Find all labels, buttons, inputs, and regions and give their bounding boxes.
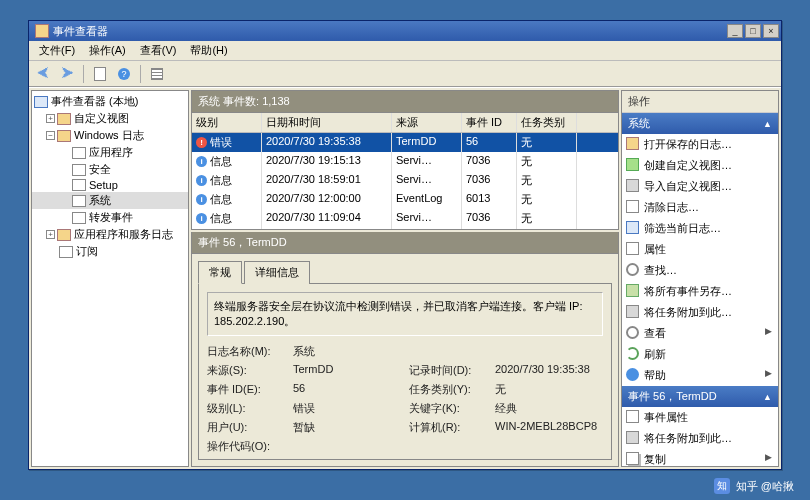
tree-setup-log[interactable]: Setup (32, 178, 188, 192)
nav-fwd-button[interactable]: ⮞ (57, 64, 77, 84)
arrow-left-icon: ⮜ (37, 66, 50, 81)
tree-sys-log[interactable]: 系统 (32, 192, 188, 209)
action-item[interactable]: 查找… (622, 260, 778, 281)
actions-group-event[interactable]: 事件 56，TermDD▲ (622, 386, 778, 407)
event-list[interactable]: 级别 日期和时间 来源 事件 ID 任务类别 !错误2020/7/30 19:3… (191, 112, 619, 230)
col-level[interactable]: 级别 (192, 113, 262, 132)
error-icon: ! (196, 137, 207, 148)
action-item[interactable]: 打开保存的日志… (622, 134, 778, 155)
tree-sec-log[interactable]: 安全 (32, 161, 188, 178)
main-body: 事件查看器 (本地) +自定义视图 −Windows 日志 应用程序 安全 Se… (29, 87, 781, 469)
lbl-taskcat: 任务类别(Y): (409, 382, 489, 397)
info-icon: i (196, 175, 207, 186)
table-row[interactable]: i信息2020/7/30 19:15:13Servi…7036无 (192, 152, 618, 171)
action-icon (626, 368, 639, 381)
action-item[interactable]: 查看▶ (622, 323, 778, 344)
action-item[interactable]: 将任务附加到此… (622, 302, 778, 323)
tree-subscriptions[interactable]: 订阅 (32, 243, 188, 260)
action-item[interactable]: 复制▶ (622, 449, 778, 467)
col-source[interactable]: 来源 (392, 113, 462, 132)
action-icon (626, 305, 639, 318)
menu-help[interactable]: 帮助(H) (184, 41, 233, 60)
table-row[interactable]: i信息2020/7/30 12:00:00EventLog6013无 (192, 190, 618, 209)
expand-icon[interactable]: + (46, 230, 55, 239)
actions-group-system[interactable]: 系统▲ (622, 113, 778, 134)
tool-props[interactable] (147, 64, 167, 84)
lbl-eventid: 事件 ID(E): (207, 382, 287, 397)
minimize-button[interactable]: _ (727, 24, 743, 38)
table-row[interactable]: i信息2020/7/30 11:09:04Servi…7036无 (192, 209, 618, 228)
tree-pane[interactable]: 事件查看器 (本地) +自定义视图 −Windows 日志 应用程序 安全 Se… (31, 90, 189, 467)
action-item[interactable]: 将所有事件另存… (622, 281, 778, 302)
tree-custom-views[interactable]: +自定义视图 (32, 110, 188, 127)
log-icon (72, 212, 86, 224)
action-icon (626, 410, 639, 423)
window-title: 事件查看器 (53, 24, 725, 39)
tree-fwd-log[interactable]: 转发事件 (32, 209, 188, 226)
action-item[interactable]: 筛选当前日志… (622, 218, 778, 239)
action-item[interactable]: 属性 (622, 239, 778, 260)
action-item[interactable]: 事件属性 (622, 407, 778, 428)
action-icon (626, 221, 639, 234)
lbl-opcode: 操作代码(O): (207, 439, 287, 454)
actions-pane: 操作 系统▲ 打开保存的日志…创建自定义视图…导入自定义视图…清除日志…筛选当前… (621, 90, 779, 467)
val-user: 暂缺 (293, 420, 403, 435)
action-icon (626, 179, 639, 192)
action-item[interactable]: 帮助▶ (622, 365, 778, 386)
val-keywords: 经典 (495, 401, 612, 416)
lbl-user: 用户(U): (207, 420, 287, 435)
detail-pane: 常规 详细信息 终端服务器安全层在协议流中检测到错误，并已取消客户端连接。客户端… (191, 254, 619, 467)
lbl-keywords: 关键字(K): (409, 401, 489, 416)
action-item[interactable]: 清除日志… (622, 197, 778, 218)
tab-details[interactable]: 详细信息 (244, 261, 310, 284)
col-eventid[interactable]: 事件 ID (462, 113, 517, 132)
watermark: 知 知乎 @哈揪 (714, 478, 794, 494)
chevron-up-icon: ▲ (763, 392, 772, 402)
action-item[interactable]: 刷新 (622, 344, 778, 365)
tree-windows-logs[interactable]: −Windows 日志 (32, 127, 188, 144)
toolbar-separator (140, 65, 141, 83)
action-icon (626, 326, 639, 339)
info-icon: i (196, 156, 207, 167)
detail-header: 事件 56，TermDD (191, 232, 619, 254)
action-item[interactable]: 将任务附加到此… (622, 428, 778, 449)
val-source: TermDD (293, 363, 403, 378)
close-button[interactable]: × (763, 24, 779, 38)
zhihu-icon: 知 (714, 478, 730, 494)
more-info-link[interactable]: 事件日志联机帮助 (293, 459, 381, 460)
table-row[interactable]: !错误2020/7/30 19:35:38TermDD56无 (192, 133, 618, 152)
event-fields: 日志名称(M):系统 来源(S):TermDD 记录时间(D):2020/7/3… (207, 344, 603, 460)
menu-action[interactable]: 操作(A) (83, 41, 132, 60)
action-icon (626, 158, 639, 171)
tool-refresh[interactable] (90, 64, 110, 84)
list-column-headers[interactable]: 级别 日期和时间 来源 事件 ID 任务类别 (192, 113, 618, 133)
maximize-button[interactable]: □ (745, 24, 761, 38)
col-datetime[interactable]: 日期和时间 (262, 113, 392, 132)
col-taskcat[interactable]: 任务类别 (517, 113, 577, 132)
log-icon (72, 147, 86, 159)
tree-app-log[interactable]: 应用程序 (32, 144, 188, 161)
tree-root[interactable]: 事件查看器 (本地) (32, 93, 188, 110)
tool-help[interactable]: ? (114, 64, 134, 84)
submenu-arrow-icon: ▶ (765, 452, 772, 462)
event-viewer-window: 事件查看器 _ □ × 文件(F) 操作(A) 查看(V) 帮助(H) ⮜ ⮞ … (28, 20, 782, 470)
lbl-source: 来源(S): (207, 363, 287, 378)
menu-file[interactable]: 文件(F) (33, 41, 81, 60)
eventviewer-icon (34, 96, 48, 108)
table-row[interactable]: i信息2020/7/30 10:49:36Servi…7036无 (192, 228, 618, 230)
info-icon: i (196, 194, 207, 205)
collapse-icon[interactable]: − (46, 131, 55, 140)
page-icon (94, 67, 106, 81)
expand-icon[interactable]: + (46, 114, 55, 123)
action-icon (626, 200, 639, 213)
titlebar[interactable]: 事件查看器 _ □ × (29, 21, 781, 41)
folder-icon (57, 113, 71, 125)
tree-appsvc-logs[interactable]: +应用程序和服务日志 (32, 226, 188, 243)
nav-back-button[interactable]: ⮜ (33, 64, 53, 84)
menu-view[interactable]: 查看(V) (134, 41, 183, 60)
action-item[interactable]: 导入自定义视图… (622, 176, 778, 197)
action-item[interactable]: 创建自定义视图… (622, 155, 778, 176)
tab-general[interactable]: 常规 (198, 261, 242, 284)
val-logname: 系统 (293, 344, 403, 359)
table-row[interactable]: i信息2020/7/30 18:59:01Servi…7036无 (192, 171, 618, 190)
